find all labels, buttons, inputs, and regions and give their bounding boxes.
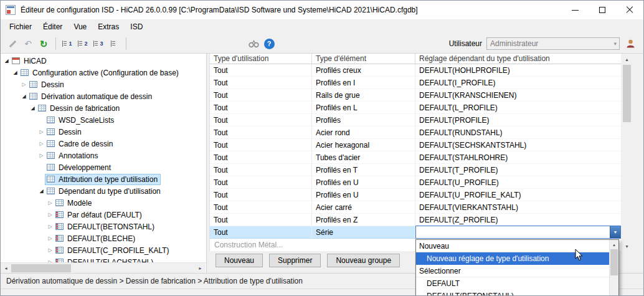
table-vertical-scrollbar[interactable]: ▴ ▾ [622,54,632,251]
table-row[interactable]: ToutRails de grueDEFAULT(KRANSCHIENEN) [210,89,621,102]
tree-item-developpement[interactable]: Développement [1,161,206,173]
scroll-right-icon[interactable]: ▸ [195,263,206,274]
menu-item-editer[interactable]: Éditer [37,21,68,33]
table-cell: DEFAULT(SECHSKANTSTAHL) [415,139,621,151]
collapse-icon[interactable]: ◢ [29,106,37,111]
minimize-button[interactable] [561,1,589,19]
table-row[interactable]: ToutAcier hexagonalDEFAULT(SECHSKANTSTAH… [210,139,621,151]
scroll-left-icon[interactable]: ◂ [1,263,11,274]
table-cell: Série [312,226,415,238]
collapse-icon[interactable]: ◢ [37,189,45,194]
table-row[interactable]: ToutProfilés en UDEFAULT(U_PROFILE_KALT) [210,189,621,201]
tree-item-modele[interactable]: ▷Modèle [1,197,206,209]
new-button[interactable]: Nouveau [215,254,263,267]
tree-item-default-betonstahl[interactable]: ▷DEFAULT(BETONSTAHL) [1,221,206,232]
tree-item-configuration-active-configuration-de-base[interactable]: ◢Configuration active (Configuration de … [1,67,206,79]
scrollbar-thumb[interactable] [610,249,618,275]
window-title: Éditeur de configuration ISD - HiCAD 26.… [21,6,418,14]
dropdown-scrollbar[interactable]: ▴ [609,240,618,296]
edit-icon[interactable] [5,36,20,51]
expand-icon[interactable]: ▷ [20,82,28,87]
expand-icon[interactable]: ▷ [46,201,54,206]
table-row[interactable]: ToutProfilés en IDEFAULT(I_PROFILE) [210,77,621,89]
usage-type-dropdown: NouveauNouveau réglage de type d'utilisa… [415,239,619,296]
tree-item-default-bleche[interactable]: ▷DEFAULT(BLECHE) [1,232,206,244]
expand-level-3-icon[interactable]: 3 [91,36,106,51]
expand-all-icon[interactable] [107,36,121,51]
maximize-button[interactable] [589,1,616,19]
tree-item-derivation-automatique-de-dessin[interactable]: ◢Dérivation automatique de dessin [1,90,206,102]
expand-icon[interactable]: ▷ [37,153,45,158]
tree-item-wsd-scalelists[interactable]: WSD_ScaleLists [1,114,206,126]
expand-icon[interactable]: ▷ [46,248,54,253]
table-row[interactable]: ToutProfilés creuxDEFAULT(HOHLPROFILE) [210,64,621,77]
table-cell: Tout [210,151,312,163]
user-management-button[interactable] [624,37,637,50]
expand-icon[interactable]: ▷ [46,224,54,229]
usage-setting-combo[interactable]: ▼ [415,226,621,239]
expand-level-1-icon[interactable]: 1 [60,36,75,51]
close-button[interactable] [616,1,643,19]
table-row[interactable]: ToutProfilés en LDEFAULT(L_PROFILE) [210,102,621,114]
table-cell: Tout [210,226,312,238]
tree-node: DEFAULT(FLACHSTAHL) [54,257,156,263]
collapse-icon[interactable]: ◢ [11,70,19,75]
tree-item-default-flachstahl[interactable]: ▷DEFAULT(FLACHSTAHL) [1,256,206,262]
combo-dropdown-button[interactable]: ▼ [610,226,620,238]
tree-item-dependant-du-type-d-utilisation[interactable]: ◢Dépendant du type d'utilisation [1,185,206,197]
dropdown-option-default[interactable]: DEFAULT [416,277,609,290]
scroll-up-icon[interactable]: ▴ [622,54,632,64]
expand-icon[interactable]: ▷ [37,141,45,146]
tree-item-attribution-de-type-d-utilisation[interactable]: Attribution de type d'utilisation [1,173,206,185]
undo-icon[interactable]: ↶ [21,36,36,51]
column-header-reglage-dependant-du-type-d-utilisation[interactable]: Réglage dépendant du type d'utilisation [415,54,621,64]
config-table-icon [55,211,64,218]
scrollbar-thumb[interactable] [623,65,631,122]
tree-node: Dessin de fabrication [37,103,122,113]
new-group-button[interactable]: Nouveau groupe [327,254,400,267]
column-header-type-d-utilisation[interactable]: Type d'utilisation [210,54,312,64]
tree-horizontal-scrollbar[interactable]: ◂ ▸ [1,262,206,273]
expand-icon[interactable]: ▷ [46,212,54,217]
scroll-down-icon[interactable]: ▾ [622,241,632,251]
tree-node: Dessin [28,80,67,90]
tree-node: Modèle [54,198,94,208]
expand-icon[interactable]: ▷ [37,130,45,135]
tree-item-dessin-de-fabrication[interactable]: ◢Dessin de fabrication [1,102,206,114]
table-row[interactable]: ToutAcier rondDEFAULT(RUNDSTAHL) [210,127,621,139]
tree-item-default-c-profile-kalt[interactable]: ▷DEFAULT(C_PROFILE_KALT) [1,244,206,256]
table-row[interactable]: ToutProfilés en ZDEFAULT(Z_PROFILE) [210,214,621,226]
menu-item-isd[interactable]: ISD [125,21,148,33]
expand-level-2-icon[interactable]: 2 [75,36,90,51]
table-row[interactable]: ToutSérie▼ [210,226,621,239]
help-icon[interactable]: ? [262,36,277,51]
tree-item-dessin[interactable]: ▷Dessin [1,126,206,138]
refresh-icon[interactable]: ↻ [36,36,51,51]
table-row[interactable]: ToutProfilés en UDEFAULT(U_PROFILE) [210,176,621,189]
table-row[interactable]: ToutProfilésDEFAULT(PROFILE) [210,114,621,127]
table-row[interactable]: ToutProfilés en TDEFAULT(T_PROFILE) [210,164,621,176]
table-cell: Tout [210,114,312,126]
tree-node: Dessin [45,127,84,137]
collapse-icon[interactable]: ◢ [20,94,28,99]
column-header-type-d-element[interactable]: Type d'élément [312,54,415,64]
table-cell: DEFAULT(L_PROFILE) [415,102,621,113]
tree-item-hicad[interactable]: ◢HiCAD [1,55,206,67]
menu-item-fichier[interactable]: Fichier [4,21,37,33]
tree-item-annotations[interactable]: ▷Annotations [1,150,206,161]
table-row[interactable]: ToutTubes d'acierDEFAULT(STAHLROHRE) [210,151,621,164]
user-select[interactable]: Administrateur ▾ [486,37,620,50]
collapse-icon[interactable]: ◢ [2,59,11,64]
menu-item-extras[interactable]: Extras [92,21,125,33]
expand-icon[interactable]: ▷ [46,236,54,241]
dropdown-option-default-betonstahl[interactable]: DEFAULT(BETONSTAHL) [416,290,609,296]
delete-button[interactable]: Supprimer [269,254,321,267]
scrollbar-thumb[interactable] [11,264,71,272]
tree-item-dessin[interactable]: ▷Dessin [1,79,206,90]
tree-item-par-defaut-default[interactable]: ▷Par défaut (DEFAULT) [1,209,206,221]
search-icon[interactable] [246,36,261,51]
tree-item-cadre-de-dessin[interactable]: ▷Cadre de dessin [1,138,206,150]
scroll-up-icon[interactable]: ▴ [610,240,618,249]
table-row[interactable]: ToutAcier carréDEFAULT(VIERKANTSTAHL) [210,201,621,214]
menu-item-vue[interactable]: Vue [68,21,92,33]
